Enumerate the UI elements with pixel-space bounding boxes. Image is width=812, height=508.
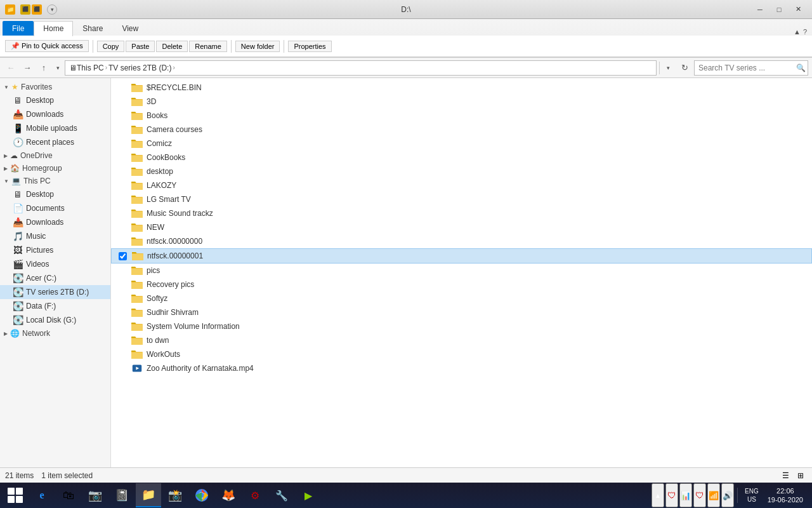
tray-volume[interactable]: 🔊 bbox=[721, 483, 734, 507]
list-item[interactable]: Camera courses bbox=[111, 123, 812, 137]
list-item[interactable]: ntfsck.00000001 bbox=[111, 248, 812, 264]
quick-access-icon2[interactable]: ⬛ bbox=[32, 4, 42, 15]
taskbar-picasa[interactable]: 📸 bbox=[162, 483, 188, 507]
item-checkbox[interactable] bbox=[116, 152, 128, 163]
list-item[interactable]: Music Sound trackz bbox=[111, 206, 812, 220]
tab-home[interactable]: Home bbox=[34, 21, 73, 36]
list-item[interactable]: 3D bbox=[111, 95, 812, 109]
up-button[interactable]: ↑ bbox=[37, 61, 51, 75]
list-item[interactable]: to dwn bbox=[111, 333, 812, 347]
item-checkbox[interactable] bbox=[116, 236, 128, 247]
tab-share[interactable]: Share bbox=[73, 21, 112, 36]
quick-access-icon[interactable]: ⬛ bbox=[20, 4, 30, 15]
forward-button[interactable]: → bbox=[20, 61, 34, 75]
quick-access-dropdown[interactable]: ▾ bbox=[47, 4, 57, 15]
sidebar-item-tv-series[interactable]: 💽 TV series 2TB (D:) bbox=[0, 285, 110, 299]
delete-btn[interactable]: Delete bbox=[156, 41, 188, 52]
maximize-button[interactable]: □ bbox=[770, 3, 788, 16]
item-checkbox[interactable] bbox=[116, 307, 128, 318]
list-item[interactable]: Zoo Authority of Karnataka.mp4 bbox=[111, 361, 812, 375]
start-button[interactable] bbox=[3, 483, 28, 507]
item-checkbox[interactable] bbox=[116, 349, 128, 360]
list-item[interactable]: Books bbox=[111, 109, 812, 123]
taskbar-app7[interactable]: ⚙ bbox=[242, 483, 268, 507]
list-item[interactable]: ntfsck.00000000 bbox=[111, 234, 812, 248]
taskbar-ie[interactable]: e bbox=[29, 483, 55, 507]
item-checkbox[interactable] bbox=[116, 265, 128, 276]
sidebar-item-desktop-fav[interactable]: 🖥 Desktop bbox=[0, 93, 110, 107]
item-checkbox[interactable] bbox=[116, 96, 128, 107]
checkbox-input[interactable] bbox=[119, 252, 127, 260]
help-btn[interactable]: ? bbox=[803, 28, 807, 36]
refresh-button[interactable]: ↻ bbox=[678, 61, 691, 75]
list-item[interactable]: NEW bbox=[111, 220, 812, 234]
taskbar-onenote[interactable]: 📓 bbox=[109, 483, 134, 507]
address-path[interactable]: 🖥 This PC › TV series 2TB (D:) › bbox=[65, 60, 657, 76]
onedrive-group[interactable]: ▶ ☁ OneDrive bbox=[0, 149, 110, 162]
item-checkbox[interactable] bbox=[116, 110, 128, 121]
list-item[interactable]: System Volume Information bbox=[111, 319, 812, 333]
taskbar-explorer[interactable]: 📁 bbox=[136, 483, 161, 507]
list-item[interactable]: Softyz bbox=[111, 291, 812, 305]
tray-signal[interactable]: 📶 bbox=[707, 483, 720, 507]
item-checkbox[interactable] bbox=[116, 293, 128, 304]
taskbar-chrome[interactable] bbox=[189, 483, 214, 507]
item-checkbox[interactable] bbox=[116, 321, 128, 332]
dropdown-btn[interactable]: ▾ bbox=[661, 61, 675, 75]
item-checkbox[interactable] bbox=[116, 138, 128, 149]
taskbar-photos[interactable]: 📷 bbox=[82, 483, 108, 507]
sidebar-item-desktop[interactable]: 🖥 Desktop bbox=[0, 187, 110, 201]
tray-datetime[interactable]: 22:06 19-06-2020 bbox=[764, 486, 807, 505]
item-checkbox[interactable] bbox=[116, 208, 128, 219]
minimize-button[interactable]: ─ bbox=[751, 3, 769, 16]
properties-btn[interactable]: Properties bbox=[288, 41, 331, 52]
favorites-group[interactable]: ▼ ★ Favorites bbox=[0, 81, 110, 93]
item-checkbox[interactable] bbox=[116, 82, 128, 93]
item-checkbox[interactable] bbox=[116, 180, 128, 191]
sidebar-item-recent-fav[interactable]: 🕐 Recent places bbox=[0, 135, 110, 149]
sidebar-item-downloads[interactable]: 📥 Downloads bbox=[0, 215, 110, 229]
sidebar-item-videos[interactable]: 🎬 Videos bbox=[0, 257, 110, 271]
list-item[interactable]: LG Smart TV bbox=[111, 192, 812, 206]
large-icons-view-btn[interactable]: ⊞ bbox=[794, 470, 807, 481]
list-item[interactable]: $RECYCLE.BIN bbox=[111, 81, 812, 95]
taskbar-store[interactable]: 🛍 bbox=[56, 483, 81, 507]
sidebar-item-mobile-fav[interactable]: 📱 Mobile uploads bbox=[0, 121, 110, 135]
tray-antivirus2[interactable]: 🛡 bbox=[693, 483, 706, 507]
taskbar-torrent[interactable]: ▶ bbox=[296, 483, 321, 507]
sidebar-item-pictures[interactable]: 🖼 Pictures bbox=[0, 243, 110, 257]
pin-to-quick-access[interactable]: 📌 Pin to Quick access bbox=[5, 40, 89, 52]
taskbar-firefox[interactable]: 🦊 bbox=[216, 483, 241, 507]
tray-antivirus[interactable]: 🛡 bbox=[665, 483, 678, 507]
list-item[interactable]: pics bbox=[111, 264, 812, 277]
tab-file[interactable]: File bbox=[3, 21, 34, 36]
sidebar-item-acer-c[interactable]: 💽 Acer (C:) bbox=[0, 271, 110, 285]
item-checkbox[interactable] bbox=[116, 279, 128, 290]
list-item[interactable]: CookBooks bbox=[111, 150, 812, 164]
sidebar-item-downloads-fav[interactable]: 📥 Downloads bbox=[0, 107, 110, 121]
copy-btn[interactable]: Copy bbox=[97, 41, 125, 52]
close-button[interactable]: ✕ bbox=[789, 3, 807, 16]
rename-btn[interactable]: Rename bbox=[189, 41, 227, 52]
new-folder-btn[interactable]: New folder bbox=[235, 41, 280, 52]
paste-btn[interactable]: Paste bbox=[126, 41, 155, 52]
item-checkbox[interactable] bbox=[116, 363, 128, 374]
sidebar-item-music[interactable]: 🎵 Music bbox=[0, 229, 110, 243]
list-item[interactable]: Sudhir Shivram bbox=[111, 305, 812, 319]
tray-time-area[interactable]: ENG US bbox=[741, 487, 763, 504]
thispc-group[interactable]: ▼ 💻 This PC bbox=[0, 175, 110, 187]
back-button[interactable]: ← bbox=[4, 61, 18, 75]
homegroup-group[interactable]: ▶ 🏠 Homegroup bbox=[0, 162, 110, 175]
recent-locations-btn[interactable]: ▾ bbox=[53, 61, 62, 75]
item-checkbox[interactable] bbox=[117, 250, 128, 262]
item-checkbox[interactable] bbox=[116, 124, 128, 135]
ribbon-collapse-btn[interactable]: ▲ bbox=[794, 28, 801, 36]
taskbar-app8[interactable]: 🔧 bbox=[269, 483, 294, 507]
item-checkbox[interactable] bbox=[116, 222, 128, 233]
tray-show-hidden[interactable]: ▲ bbox=[652, 483, 664, 507]
item-checkbox[interactable] bbox=[116, 335, 128, 346]
list-item[interactable]: Recovery pics bbox=[111, 277, 812, 291]
list-item[interactable]: WorkOuts bbox=[111, 347, 812, 361]
list-item[interactable]: LAKOZY bbox=[111, 178, 812, 192]
details-view-btn[interactable]: ☰ bbox=[779, 470, 792, 481]
